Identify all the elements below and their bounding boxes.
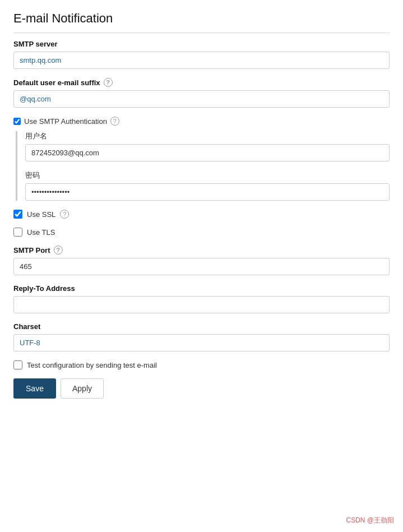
smtp-server-input[interactable]: smtp.qq.com	[13, 52, 390, 69]
password-section: 密码	[25, 170, 390, 201]
charset-input[interactable]	[13, 334, 390, 351]
watermark: CSDN @王劲阳	[346, 516, 394, 525]
reply-to-section: Reply-To Address	[13, 284, 390, 313]
test-config-label[interactable]: Test configuration by sending test e-mai…	[27, 361, 157, 369]
email-suffix-help-icon[interactable]: ?	[104, 78, 113, 87]
use-smtp-auth-label[interactable]: Use SMTP Authentication	[24, 117, 107, 126]
smtp-port-help-icon[interactable]: ?	[54, 246, 63, 255]
smtp-port-label: SMTP Port ?	[13, 246, 390, 255]
password-label: 密码	[25, 170, 390, 181]
use-tls-section: Use TLS	[13, 228, 390, 237]
use-tls-row: Use TLS	[13, 228, 390, 237]
smtp-server-label: SMTP server	[13, 40, 390, 48]
charset-section: Charset	[13, 322, 390, 351]
test-config-row: Test configuration by sending test e-mai…	[13, 360, 390, 369]
smtp-auth-fields: 用户名 密码	[16, 131, 390, 201]
reply-to-label: Reply-To Address	[13, 284, 390, 293]
test-config-checkbox[interactable]	[13, 360, 22, 369]
reply-to-input[interactable]	[13, 296, 390, 313]
email-suffix-input[interactable]	[13, 90, 390, 108]
save-button[interactable]: Save	[13, 378, 56, 399]
use-ssl-row: Use SSL ?	[13, 210, 390, 219]
page-title: E-mail Notification	[13, 11, 390, 33]
password-input[interactable]	[25, 183, 390, 201]
username-section: 用户名	[25, 131, 390, 161]
use-smtp-auth-checkbox[interactable]	[13, 118, 21, 125]
email-suffix-label: Default user e-mail suffix ?	[13, 78, 390, 87]
ssl-help-icon[interactable]: ?	[60, 210, 69, 219]
smtp-auth-header: Use SMTP Authentication ?	[13, 117, 390, 126]
smtp-server-section: SMTP server smtp.qq.com	[13, 40, 390, 69]
email-suffix-section: Default user e-mail suffix ?	[13, 78, 390, 108]
smtp-port-section: SMTP Port ?	[13, 246, 390, 275]
use-tls-label[interactable]: Use TLS	[27, 228, 55, 237]
apply-button[interactable]: Apply	[61, 378, 104, 399]
test-config-section: Test configuration by sending test e-mai…	[13, 360, 390, 369]
username-input[interactable]	[25, 144, 390, 161]
username-label: 用户名	[25, 131, 390, 141]
use-ssl-section: Use SSL ?	[13, 210, 390, 219]
use-ssl-label[interactable]: Use SSL	[27, 210, 55, 219]
smtp-auth-section: Use SMTP Authentication ? 用户名 密码	[13, 117, 390, 201]
use-tls-checkbox[interactable]	[13, 228, 22, 237]
use-ssl-checkbox[interactable]	[13, 210, 22, 219]
smtp-port-input[interactable]	[13, 258, 390, 275]
smtp-auth-help-icon[interactable]: ?	[110, 117, 119, 126]
charset-label: Charset	[13, 322, 390, 331]
buttons-row: Save Apply	[13, 378, 390, 399]
